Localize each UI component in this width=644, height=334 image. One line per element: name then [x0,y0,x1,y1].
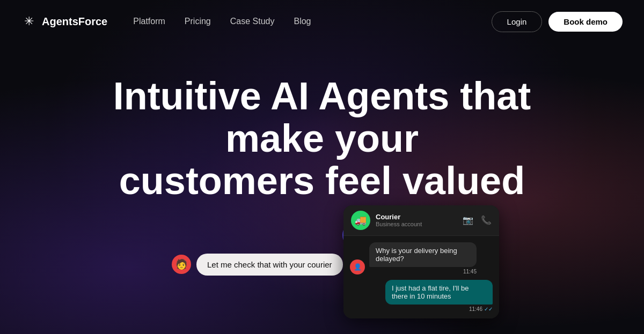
wa-sent-row: I just had a flat tire, I'll be there in… [350,280,493,312]
nav-link-blog[interactable]: Blog [294,17,311,26]
wa-sent-text: I just had a flat tire, I'll be there in… [385,280,493,305]
whatsapp-contact-info: Courier Business account [376,213,457,227]
login-button[interactable]: Login [492,11,543,32]
wa-received-text: Why is your delivery being delayed? [369,242,477,267]
read-receipt-icon: ✓✓ [484,306,493,312]
whatsapp-contact-subtitle: Business account [376,221,457,227]
wa-sender-avatar: 👤 [350,259,365,274]
nav-link-case-study[interactable]: Case Study [230,17,275,26]
whatsapp-card: 🚚 Courier Business account 📷 📞 👤 Why is … [343,205,499,318]
hero-section: Intuitive AI Agents that make your custo… [0,43,644,276]
navbar-right: Login Book demo [492,11,623,32]
wa-sent-time: 11:46 ✓✓ [469,306,493,312]
agent-message-row: 🧑 Let me check that with your courier [172,254,343,276]
phone-icon[interactable]: 📞 [481,215,492,225]
agent-message-bubble: Let me check that with your courier [196,254,343,276]
brand-name: AgentsForce [42,16,107,28]
book-demo-button[interactable]: Book demo [548,12,623,32]
whatsapp-action-icons: 📷 📞 [463,215,492,225]
video-call-icon[interactable]: 📷 [463,215,473,225]
logo-icon: ✳ [21,14,36,29]
chat-ui: Why is my delivery late? 🧑 Let me check … [161,224,483,276]
whatsapp-contact-avatar: 🚚 [351,211,370,230]
nav-link-pricing[interactable]: Pricing [185,17,211,26]
hero-title: Intuitive AI Agents that make your custo… [80,75,564,203]
wa-received-bubble: Why is your delivery being delayed? 11:4… [369,242,477,274]
nav-links: Platform Pricing Case Study Blog [133,17,311,26]
logo[interactable]: ✳ AgentsForce [21,14,107,29]
wa-received-row: 👤 Why is your delivery being delayed? 11… [350,242,493,274]
whatsapp-messages: 👤 Why is your delivery being delayed? 11… [343,236,499,318]
whatsapp-header: 🚚 Courier Business account 📷 📞 [343,205,499,236]
nav-link-platform[interactable]: Platform [133,17,165,26]
wa-received-time: 11:45 [369,269,477,274]
whatsapp-contact-name: Courier [376,213,457,221]
navbar-left: ✳ AgentsForce Platform Pricing Case Stud… [21,14,311,29]
agent-avatar: 🧑 [172,255,191,274]
navbar: ✳ AgentsForce Platform Pricing Case Stud… [0,0,644,43]
